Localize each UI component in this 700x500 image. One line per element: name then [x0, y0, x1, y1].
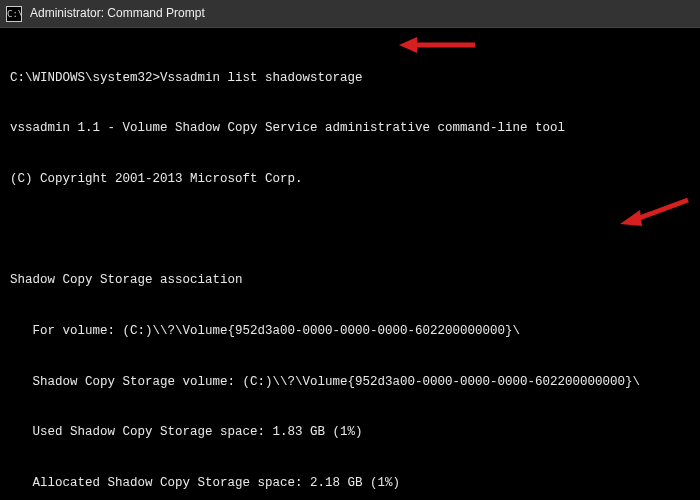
command-1-text: Vssadmin list shadowstorage	[160, 71, 363, 85]
prompt-line-1: C:\WINDOWS\system32>Vssadmin list shadow…	[10, 70, 690, 87]
allocated-space-line: Allocated Shadow Copy Storage space: 2.1…	[10, 475, 690, 492]
vssadmin-header-line: vssadmin 1.1 - Volume Shadow Copy Servic…	[10, 120, 690, 137]
used-space-line: Used Shadow Copy Storage space: 1.83 GB …	[10, 424, 690, 441]
cmd-icon: C:\	[6, 6, 22, 22]
titlebar[interactable]: C:\ Administrator: Command Prompt	[0, 0, 700, 28]
terminal-output[interactable]: C:\WINDOWS\system32>Vssadmin list shadow…	[0, 28, 700, 500]
assoc-header-line: Shadow Copy Storage association	[10, 272, 690, 289]
prompt: C:\WINDOWS\system32>	[10, 71, 160, 85]
window-title: Administrator: Command Prompt	[30, 5, 205, 21]
command-prompt-window: C:\ Administrator: Command Prompt C:\WIN…	[0, 0, 700, 500]
copyright-line: (C) Copyright 2001-2013 Microsoft Corp.	[10, 171, 690, 188]
blank-line	[10, 222, 690, 239]
for-volume-line: For volume: (C:)\\?\Volume{952d3a00-0000…	[10, 323, 690, 340]
storage-volume-line: Shadow Copy Storage volume: (C:)\\?\Volu…	[10, 374, 690, 391]
